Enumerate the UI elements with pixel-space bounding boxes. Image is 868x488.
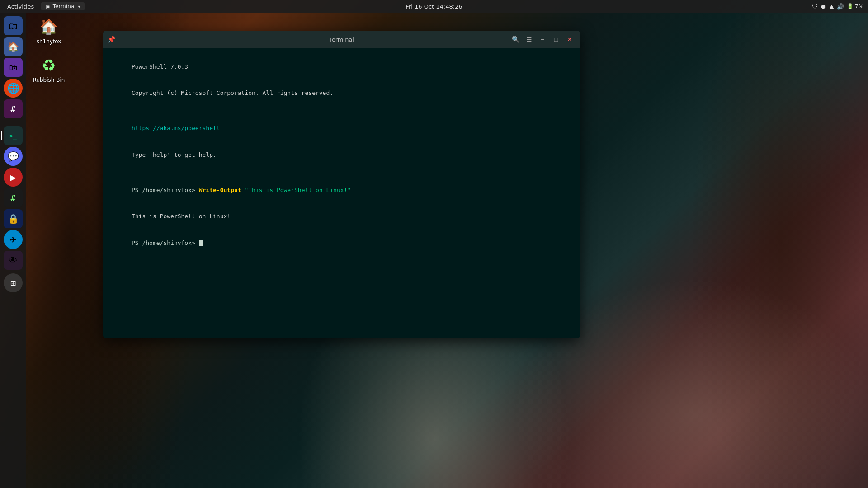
dock-item-terminal[interactable]: >_ <box>4 126 23 145</box>
appstore-icon: 🛍 <box>9 62 18 73</box>
term-line-blank-2 <box>110 168 573 177</box>
minimize-icon: − <box>541 36 544 43</box>
term-line-4: Type 'help' to get help. <box>110 141 573 168</box>
telegram-icon: ✈ <box>9 235 16 244</box>
vpn-status-icon: 🛡 <box>812 3 818 10</box>
wifi-icon: ▲ <box>829 3 834 10</box>
desktop-icon-home[interactable]: 🏠 sh1nyfox <box>31 16 67 45</box>
term-line-3: https://aka.ms/powershell <box>110 115 573 142</box>
dock-item-discord[interactable]: 💬 <box>4 147 23 166</box>
topbar-right: 🛡 ⏺ ▲ 🔊 🔋 7% <box>812 3 868 10</box>
terminal-dock-icon: >_ <box>9 132 17 139</box>
dock-separator-1 <box>5 122 21 122</box>
terminal-titlebar: 📌 Terminal 🔍 ☰ − □ ✕ <box>103 31 580 48</box>
terminal-maximize-button[interactable]: □ <box>550 33 562 45</box>
terminal-taskbar-tab[interactable]: ▣ Terminal ▾ <box>41 2 85 10</box>
dock-item-telegram[interactable]: ✈ <box>4 230 23 249</box>
terminal-window: 📌 Terminal 🔍 ☰ − □ ✕ PowerShell 7.0.3 <box>103 31 580 338</box>
discord-icon: 💬 <box>8 151 19 162</box>
slack-icon: # <box>11 104 16 114</box>
volume-icon: 🔊 <box>837 3 844 10</box>
topbar: Activities ▣ Terminal ▾ Fri 16 Oct 14:48… <box>0 0 868 13</box>
matrix-icon: # <box>11 193 16 203</box>
term-line-1: PowerShell 7.0.3 <box>110 53 573 80</box>
maximize-icon: □ <box>554 36 558 43</box>
dock-item-matrix[interactable]: # <box>4 188 23 207</box>
terminal-title-right: 🔍 ☰ − □ ✕ <box>509 33 576 45</box>
search-icon: 🔍 <box>512 36 519 43</box>
terminal-title-left: 📌 <box>108 36 115 43</box>
dock-item-extra[interactable]: 👁 <box>4 251 23 270</box>
terminal-minimize-button[interactable]: − <box>537 33 548 45</box>
topbar-left: Activities ▣ Terminal ▾ <box>0 2 85 10</box>
terminal-tab-icon: ▣ <box>46 4 50 9</box>
activities-button[interactable]: Activities <box>4 3 38 10</box>
dock-item-slack[interactable]: # <box>4 99 23 118</box>
term-line-2: Copyright (c) Microsoft Corporation. All… <box>110 80 573 107</box>
terminal-search-button[interactable]: 🔍 <box>509 33 521 45</box>
menu-icon: ☰ <box>526 36 532 43</box>
rubbish-bin-label: Rubbish Bin <box>33 77 65 83</box>
vpn-dock-icon: 🔒 <box>8 213 19 224</box>
terminal-close-button[interactable]: ✕ <box>564 33 576 45</box>
dock: 🗂 🏠 🛍 🌐 # >_ 💬 ▶ # 🔒 ✈ 👁 <box>0 13 26 488</box>
chrome-icon: 🌐 <box>7 83 19 94</box>
dock-item-home[interactable]: 🏠 <box>4 37 23 56</box>
home-folder-icon: 🏠 <box>38 16 60 38</box>
terminal-pin-icon: 📌 <box>108 36 115 43</box>
dock-item-appstore[interactable]: 🛍 <box>4 58 23 77</box>
battery-percent: 7% <box>855 3 863 9</box>
topbar-datetime: Fri 16 Oct 14:48:26 <box>406 3 462 10</box>
show-apps-icon: ⊞ <box>10 279 16 287</box>
home-folder-label: sh1nyfox <box>37 38 61 45</box>
extra-icon: 👁 <box>9 255 18 266</box>
recorder-icon: ⏺ <box>821 3 826 10</box>
home-icon: 🏠 <box>8 41 19 52</box>
terminal-tab-chevron: ▾ <box>78 4 80 9</box>
dock-item-chrome[interactable]: 🌐 <box>4 79 23 98</box>
terminal-body[interactable]: PowerShell 7.0.3 Copyright (c) Microsoft… <box>103 48 580 338</box>
term-line-output: This is PowerShell on Linux! <box>110 203 573 230</box>
terminal-tab-label: Terminal <box>53 3 76 9</box>
dock-item-vpn[interactable]: 🔒 <box>4 209 23 228</box>
terminal-title: Terminal <box>329 36 354 43</box>
term-line-blank-1 <box>110 106 573 115</box>
youtube-icon: ▶ <box>10 173 16 182</box>
terminal-menu-button[interactable]: ☰ <box>523 33 535 45</box>
close-icon: ✕ <box>567 36 572 43</box>
dock-item-youtube[interactable]: ▶ <box>4 168 23 187</box>
term-line-prompt: PS /home/shinyfox> <box>110 230 573 256</box>
desktop-icon-rubbish[interactable]: ♻ Rubbish Bin <box>31 54 67 83</box>
show-apps-button[interactable]: ⊞ <box>4 273 23 292</box>
dock-item-files[interactable]: 🗂 <box>4 16 23 35</box>
files-icon: 🗂 <box>8 20 18 32</box>
battery-indicator: 🔋 7% <box>847 3 863 9</box>
rubbish-bin-icon: ♻ <box>38 54 60 76</box>
battery-icon: 🔋 <box>847 3 854 9</box>
term-line-command: PS /home/shinyfox> Write-Output "This is… <box>110 177 573 203</box>
